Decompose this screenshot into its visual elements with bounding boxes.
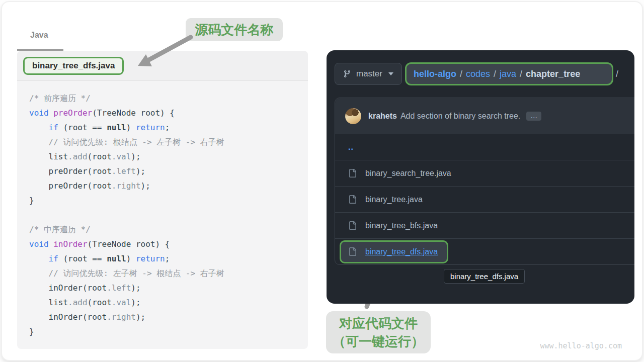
breadcrumb-segment-chapter_tree: chapter_tree	[526, 69, 580, 79]
code-line: void preOrder(TreeNode root) {	[29, 106, 296, 120]
code-line: preOrder(root.left);	[29, 164, 296, 178]
annotation-corresponding-file: 对应代码文件 （可一键运行）	[326, 311, 431, 353]
tab-java[interactable]: Java	[30, 31, 48, 40]
code-line: // 访问优先级: 左子树 -> 根结点 -> 右子树	[29, 266, 296, 281]
annotation-top-text: 源码文件名称	[186, 21, 283, 39]
file-icon	[348, 247, 357, 256]
annotation-bottom-line1: 对应代码文件	[326, 314, 431, 332]
code-line: // 访问优先级: 根结点 -> 左子树 -> 右子树	[29, 135, 296, 149]
breadcrumb-segment-java[interactable]: java	[500, 69, 516, 79]
code-line: preOrder(root.right);	[29, 178, 296, 193]
breadcrumb-separator: /	[494, 69, 496, 79]
annotation-source-filename: 源码文件名称	[186, 18, 283, 41]
breadcrumb-separator: /	[460, 69, 462, 79]
code-line: if (root == null) return;	[29, 251, 296, 266]
page-card: Java binary_tree_dfs.java /* 前序遍历 */void…	[1, 1, 643, 361]
breadcrumb-segment-hello-algo[interactable]: hello-algo	[414, 69, 456, 79]
branch-selector-button[interactable]: master	[335, 63, 402, 85]
highlighted-file-box: binary_tree_dfs.java	[340, 240, 448, 263]
file-row[interactable]: binary_tree_bfs.java	[335, 212, 634, 238]
parent-directory-link[interactable]: ..	[348, 143, 354, 152]
file-icon	[348, 195, 357, 204]
code-line: /* 中序遍历 */	[29, 222, 296, 237]
commit-author-link[interactable]: krahets	[368, 112, 397, 121]
commit-more-button[interactable]: …	[526, 112, 541, 121]
file-row-parent[interactable]: ..	[335, 134, 634, 160]
branch-name: master	[356, 69, 382, 79]
code-line	[29, 208, 296, 222]
code-line: void inOrder(TreeNode root) {	[29, 237, 296, 251]
code-line: }	[29, 324, 296, 339]
file-icon	[348, 168, 357, 178]
file-row[interactable]: binary_tree_dfs.java	[335, 238, 634, 264]
file-row[interactable]: binary_search_tree.java	[335, 160, 634, 186]
code-line: list.add(root.val);	[29, 149, 296, 164]
code-line: /* 前序遍历 */	[29, 91, 296, 106]
code-line: inOrder(root.left);	[29, 281, 296, 295]
github-toolbar: master hello-algo/codes/java/chapter_tre…	[335, 62, 618, 85]
annotation-bottom-line2: （可一键运行）	[326, 332, 431, 350]
link-tooltip: binary_tree_dfs.java	[444, 269, 525, 284]
watermark: www.hello-algo.com	[540, 341, 622, 350]
code-area: /* 前序遍历 */void preOrder(TreeNode root) {…	[17, 81, 308, 349]
code-line: }	[29, 193, 296, 208]
file-icon	[348, 221, 357, 230]
file-name-link[interactable]: binary_tree_bfs.java	[365, 221, 438, 230]
code-block: binary_tree_dfs.java /* 前序遍历 */void preO…	[17, 51, 308, 349]
file-browser: krahets Add section of binary search tre…	[335, 98, 634, 265]
git-branch-icon	[343, 70, 351, 78]
code-line: list.add(root.val);	[29, 295, 296, 310]
code-line: if (root == null) return;	[29, 120, 296, 135]
breadcrumb-separator: /	[520, 69, 522, 79]
breadcrumb-trailing-slash: /	[616, 69, 618, 79]
file-link-highlighted[interactable]: binary_tree_dfs.java	[365, 247, 438, 256]
commit-message[interactable]: Add section of binary search tree.	[400, 112, 520, 121]
breadcrumb-segment-codes[interactable]: codes	[466, 69, 490, 79]
latest-commit-row: krahets Add section of binary search tre…	[335, 98, 634, 134]
file-row[interactable]: binary_tree.java	[335, 186, 634, 212]
chevron-down-icon	[388, 72, 393, 75]
code-line: inOrder(root.right);	[29, 310, 296, 324]
github-panel: master hello-algo/codes/java/chapter_tre…	[327, 50, 634, 304]
avatar[interactable]	[345, 108, 361, 124]
code-filename-chip: binary_tree_dfs.java	[23, 57, 124, 75]
breadcrumb: hello-algo/codes/java/chapter_tree	[405, 62, 613, 85]
file-name-link[interactable]: binary_search_tree.java	[365, 169, 451, 178]
file-name-link[interactable]: binary_tree.java	[365, 195, 423, 204]
arrow-down-left-icon	[128, 30, 198, 75]
